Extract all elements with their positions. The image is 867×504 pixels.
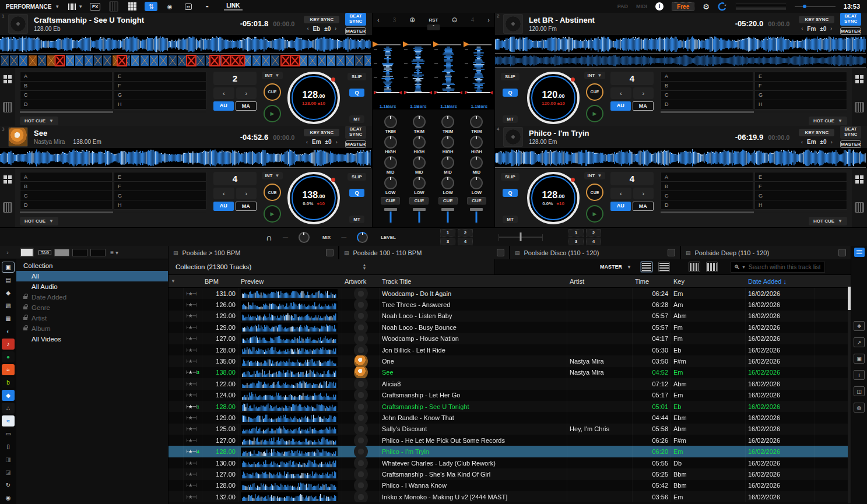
cloud-library-icon[interactable]: ≈ bbox=[2, 415, 15, 427]
cue-button[interactable]: CUE bbox=[264, 83, 281, 101]
pad-grid-button[interactable] bbox=[126, 2, 139, 11]
zoom-out-icon[interactable]: ⊖ bbox=[452, 16, 458, 24]
crossfader[interactable] bbox=[499, 232, 543, 242]
hot-cue-slot-A[interactable]: A bbox=[20, 72, 113, 82]
tag-filter-button[interactable]: TAG bbox=[38, 250, 51, 255]
row-preview-cell[interactable] bbox=[238, 435, 342, 446]
sync-icon[interactable]: ◍ bbox=[854, 403, 865, 413]
key-prev-button[interactable]: ‹ bbox=[801, 139, 803, 145]
pad-grid-icon[interactable] bbox=[3, 75, 12, 83]
track-row[interactable]: ⊦★⊣124.00Craftsmanship - Let Her Go05:17… bbox=[169, 390, 851, 401]
assign-button-1[interactable]: 1 bbox=[440, 229, 455, 237]
hot-cue-slot-E[interactable]: E bbox=[754, 172, 847, 182]
hot-cue-slot-F[interactable]: F bbox=[754, 82, 847, 91]
headphone-mix-knob[interactable] bbox=[299, 232, 310, 243]
beatsource-icon[interactable]: ∴ bbox=[2, 403, 15, 414]
wave-prev-button[interactable]: ‹ bbox=[377, 16, 380, 23]
key-sync-button[interactable]: KEY SYNC bbox=[304, 16, 339, 23]
trim-knob[interactable] bbox=[441, 115, 454, 128]
expand-sidebar-button[interactable]: › bbox=[0, 249, 15, 256]
layout-chevron-icon[interactable]: ▼ bbox=[78, 4, 83, 9]
display-toggle-icon[interactable] bbox=[20, 248, 34, 257]
track-row[interactable]: ⊦★⊣126.00Tree Threes - Answered06:28Am16… bbox=[169, 299, 851, 310]
hot-cue-slot-E[interactable]: E bbox=[754, 72, 847, 82]
search-options-chevron[interactable]: ▼ bbox=[742, 265, 746, 269]
zoom-in-icon[interactable]: ⊕ bbox=[409, 16, 415, 24]
row-preview-cell[interactable] bbox=[238, 491, 342, 502]
sampler-panel-button[interactable] bbox=[107, 2, 120, 11]
quantize-button[interactable]: Q bbox=[349, 89, 364, 97]
slip-button[interactable]: SLIP bbox=[347, 73, 366, 80]
jog-wheel[interactable]: 120.00120.00 ±10 bbox=[527, 72, 580, 124]
sort-toggle-icon[interactable]: ▲▼ bbox=[362, 263, 366, 270]
hot-cue-scrollbar[interactable] bbox=[661, 212, 847, 213]
manual-cue-button[interactable]: MA bbox=[236, 101, 257, 111]
master-tempo-button[interactable]: MT bbox=[503, 216, 518, 223]
mixer-panel-button[interactable]: ⇅ bbox=[145, 2, 157, 11]
tab-options-icon[interactable] bbox=[668, 249, 675, 256]
spotify-icon[interactable]: ● bbox=[2, 351, 15, 362]
view-list-detail-button[interactable] bbox=[641, 262, 652, 272]
active-tracklist-icon[interactable] bbox=[854, 248, 865, 257]
slip-button[interactable]: SLIP bbox=[501, 73, 520, 80]
track-row[interactable]: ⊦★⊣128.00Philco - I Wanna Know05:42Bbm16… bbox=[169, 480, 851, 491]
track-row[interactable]: ⊦★⊣1128.00Craftsmanship - See U Tonight0… bbox=[169, 401, 851, 412]
play-button[interactable]: ▶ bbox=[586, 205, 603, 223]
wave-next-button[interactable]: › bbox=[487, 16, 490, 23]
row-preview-cell[interactable] bbox=[238, 390, 342, 401]
manual-cue-button[interactable]: MA bbox=[236, 202, 257, 211]
color-filter-2[interactable] bbox=[72, 249, 87, 256]
manual-cue-button[interactable]: MA bbox=[633, 202, 654, 211]
playlist-tab-4[interactable]: ▤Poolside Deep (110 - 120) bbox=[681, 246, 851, 259]
hot-cue-slot-H[interactable]: H bbox=[754, 200, 847, 210]
pad-grid-icon[interactable] bbox=[855, 75, 864, 83]
hot-cue-slot-C[interactable]: C bbox=[20, 191, 113, 200]
low-knob[interactable] bbox=[384, 177, 397, 189]
key-prev-button[interactable]: ‹ bbox=[801, 26, 803, 31]
low-knob[interactable] bbox=[413, 177, 426, 189]
headphone-level-knob[interactable] bbox=[357, 232, 368, 243]
beat-sync-button[interactable]: BEATSYNC bbox=[345, 126, 366, 139]
hot-cue-slot-A[interactable]: A bbox=[20, 172, 113, 182]
column-header-Artist[interactable]: Artist bbox=[567, 278, 633, 285]
hot-cue-slot-B[interactable]: B bbox=[661, 182, 753, 191]
key-sync-button[interactable]: KEY SYNC bbox=[304, 129, 339, 136]
hot-cue-slot-B[interactable]: B bbox=[20, 182, 113, 191]
track-row[interactable]: ⊦★⊣132.00Inkko x Monoko - Making U v2 [2… bbox=[169, 491, 851, 502]
slip-button[interactable]: SLIP bbox=[501, 173, 520, 181]
quantize-button[interactable]: Q bbox=[503, 189, 517, 197]
row-preview-cell[interactable] bbox=[238, 355, 342, 366]
tag-list-icon[interactable]: ▧ bbox=[2, 300, 15, 311]
tree-item-all-videos[interactable]: All Videos bbox=[16, 334, 168, 344]
row-preview-cell[interactable] bbox=[238, 378, 342, 389]
color-filter-1[interactable] bbox=[54, 249, 69, 256]
trim-knob[interactable] bbox=[384, 115, 397, 128]
beat-jump-back-button[interactable]: ‹ bbox=[213, 188, 234, 199]
assign-button-2[interactable]: 2 bbox=[458, 229, 473, 237]
master-button[interactable]: MASTER bbox=[840, 140, 861, 148]
trim-knob[interactable] bbox=[470, 115, 483, 128]
hot-cue-slot-G[interactable]: G bbox=[754, 91, 847, 100]
tree-item-all[interactable]: All bbox=[16, 271, 168, 281]
column-header-Artwork[interactable]: Artwork bbox=[342, 278, 380, 285]
tree-item-artist[interactable]: Artist bbox=[16, 313, 168, 323]
quantize-button[interactable]: Q bbox=[349, 189, 364, 197]
info-icon[interactable]: i bbox=[854, 370, 865, 380]
view-columns-button[interactable] bbox=[689, 262, 700, 272]
view-split-button[interactable] bbox=[706, 262, 718, 272]
split-view-icon[interactable]: ◫ bbox=[854, 386, 865, 396]
keyboard-icon[interactable] bbox=[3, 102, 12, 112]
column-header-Time[interactable]: Time bbox=[633, 278, 671, 285]
collapse-waves-button[interactable]: ⌃ bbox=[427, 24, 440, 30]
auto-cue-button[interactable]: AU bbox=[610, 202, 631, 211]
key-prev-button[interactable]: ‹ bbox=[307, 26, 308, 31]
assign-button-2[interactable]: 2 bbox=[586, 229, 601, 237]
hot-cue-slot-H[interactable]: H bbox=[114, 200, 206, 210]
master-button[interactable]: MASTER bbox=[345, 27, 366, 35]
usb-device-icon[interactable]: ▯ bbox=[2, 441, 15, 452]
auto-cue-button[interactable]: AU bbox=[213, 202, 234, 211]
master-volume-slider[interactable] bbox=[795, 6, 836, 7]
auto-cue-button[interactable]: AU bbox=[213, 101, 234, 111]
soundcloud-icon[interactable]: ≈ bbox=[2, 364, 15, 375]
tree-item-album[interactable]: Album bbox=[16, 323, 168, 334]
